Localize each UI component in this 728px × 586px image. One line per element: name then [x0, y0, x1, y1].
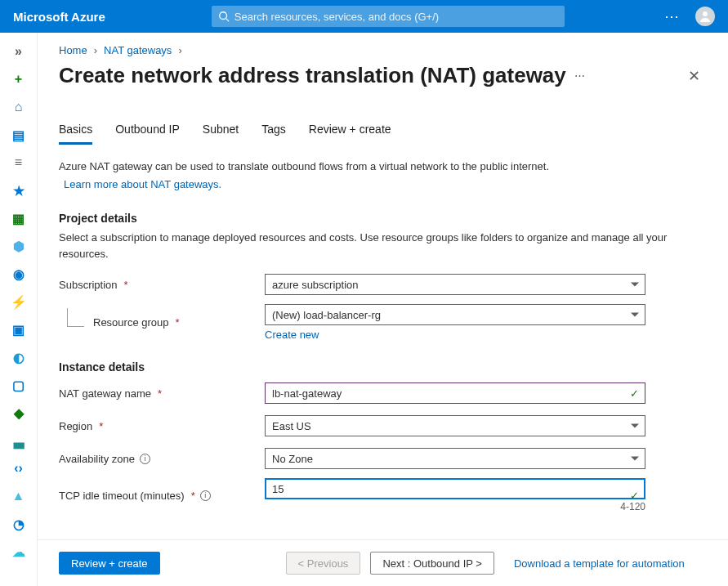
tcp-timeout-label: TCP idle timeout (minutes)* i [59, 490, 265, 502]
close-blade-button[interactable]: ✕ [681, 64, 707, 88]
region-select[interactable] [265, 415, 645, 436]
left-nav-rail: »+⌂▤≡★▦⬢◉⚡▣◐▢◆▃‹›▲◔☁ [0, 33, 38, 586]
subscription-select[interactable] [265, 274, 645, 295]
page-title: Create network address translation (NAT)… [59, 63, 566, 88]
code-icon[interactable]: ‹› [6, 456, 32, 481]
favorite-icon[interactable]: ★ [6, 178, 32, 203]
info-icon[interactable]: i [200, 490, 211, 501]
previous-button: < Previous [286, 552, 361, 575]
user-avatar[interactable] [695, 7, 715, 26]
more-menu[interactable]: ⋯ [664, 7, 681, 25]
chevron-right-icon: › [178, 44, 181, 56]
info-icon[interactable]: i [140, 454, 150, 464]
availability-zone-select[interactable] [265, 448, 645, 469]
project-details-heading: Project details [59, 212, 707, 225]
tab-tags[interactable]: Tags [261, 119, 286, 145]
resource-group-select[interactable] [265, 304, 645, 325]
subscription-label: Subscription* [59, 279, 265, 291]
top-bar: Microsoft Azure ⋯ [0, 0, 728, 33]
instance-details-heading: Instance details [59, 360, 707, 374]
list-icon[interactable]: ≡ [6, 150, 32, 175]
person-icon [699, 10, 712, 23]
global-search[interactable] [212, 6, 565, 27]
nat-name-label: NAT gateway name* [59, 387, 265, 400]
cloud-icon[interactable]: ☁ [6, 539, 32, 564]
tab-review-create[interactable]: Review + create [309, 119, 391, 145]
cube-icon[interactable]: ⬢ [6, 234, 32, 258]
resource-group-label: Resource group* [59, 316, 265, 329]
availability-zone-label: Availability zone i [59, 453, 265, 465]
diamond-icon[interactable]: ◆ [6, 400, 32, 425]
home-icon[interactable]: ⌂ [6, 95, 32, 119]
function-icon[interactable]: ⚡ [6, 289, 32, 314]
breadcrumb: Home › NAT gateways › [38, 33, 728, 63]
nat-name-input[interactable] [265, 382, 645, 404]
tab-subnet[interactable]: Subnet [203, 119, 239, 145]
gauge-icon[interactable]: ◔ [6, 512, 32, 536]
monitor-icon[interactable]: ▢ [6, 373, 32, 397]
tcp-timeout-range: 4-120 [265, 501, 645, 512]
brand-logo[interactable]: Microsoft Azure [13, 10, 105, 24]
page-more-menu[interactable]: ⋯ [574, 69, 587, 82]
disk-icon[interactable]: ◐ [6, 345, 32, 369]
expand-icon[interactable]: » [6, 39, 32, 64]
drop-icon[interactable]: ▲ [6, 484, 32, 508]
storage-icon[interactable]: ▃ [6, 428, 32, 453]
chevron-right-icon: › [94, 44, 97, 56]
tab-basics[interactable]: Basics [59, 119, 92, 145]
project-details-desc: Select a subscription to manage deployed… [59, 230, 707, 262]
globe-icon[interactable]: ◉ [6, 262, 32, 286]
region-label: Region* [59, 420, 265, 432]
add-icon[interactable]: + [6, 67, 32, 92]
learn-more-link[interactable]: Learn more about NAT gateways. [64, 177, 221, 193]
intro-body: Azure NAT gateway can be used to transla… [59, 160, 549, 172]
wizard-footer: Review + create < Previous Next : Outbou… [38, 539, 728, 586]
search-input[interactable] [234, 11, 558, 23]
svg-line-1 [226, 19, 229, 22]
next-button[interactable]: Next : Outbound IP > [370, 552, 494, 575]
grid-icon[interactable]: ▦ [6, 206, 32, 230]
review-create-button[interactable]: Review + create [59, 552, 160, 575]
breadcrumb-nat-gateways[interactable]: NAT gateways [104, 44, 172, 56]
tab-outbound-ip[interactable]: Outbound IP [115, 119, 180, 145]
dashboard-icon[interactable]: ▤ [6, 123, 32, 147]
svg-point-2 [703, 11, 708, 16]
create-new-rg-link[interactable]: Create new [265, 329, 319, 341]
svg-point-0 [220, 12, 227, 20]
download-template-link[interactable]: Download a template for automation [514, 557, 685, 570]
intro-text: Azure NAT gateway can be used to transla… [59, 159, 707, 192]
breadcrumb-home[interactable]: Home [59, 44, 87, 56]
main-pane: Home › NAT gateways › Create network add… [38, 33, 728, 586]
sql-icon[interactable]: ▣ [6, 317, 32, 342]
search-icon [218, 11, 230, 22]
form-tabs: Basics Outbound IP Subnet Tags Review + … [59, 119, 707, 145]
tcp-timeout-input[interactable] [265, 478, 645, 499]
